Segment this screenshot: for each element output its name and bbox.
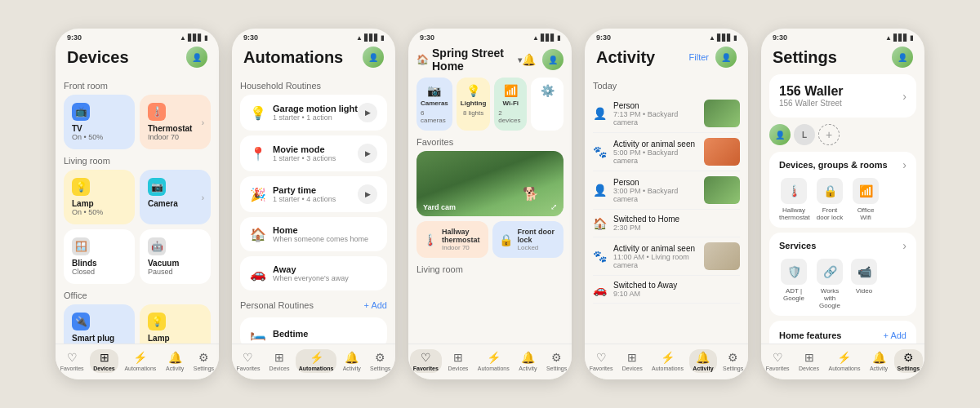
- device-smartplug[interactable]: 🔌 Smart plug On: [64, 304, 135, 344]
- member-av-1[interactable]: 👤: [769, 124, 791, 145]
- device-camera[interactable]: 📷 Camera ›: [140, 170, 211, 224]
- activity-avatar[interactable]: 👤: [715, 47, 737, 68]
- nav-devices-3[interactable]: ⊞ Devices: [444, 349, 471, 373]
- device-thermostat[interactable]: 🌡️ Thermostat Indoor 70 ›: [140, 95, 211, 149]
- devices-avatar[interactable]: 👤: [186, 47, 207, 68]
- nav-activity-1[interactable]: 🔔 Activity: [163, 349, 187, 373]
- expand-icon-3[interactable]: ⤢: [550, 202, 557, 211]
- filter-btn[interactable]: Filter: [689, 52, 709, 62]
- nav-favorites-4[interactable]: ♡ Favorites: [586, 349, 617, 373]
- device-lamp1[interactable]: 💡 Lamp On • 50%: [64, 170, 135, 224]
- wifi-qs-count: 2 devices: [498, 109, 523, 124]
- living-room-label-3: Living room: [416, 264, 564, 274]
- nav-automations-1[interactable]: ⚡ Automations: [121, 349, 159, 373]
- activity-item-0[interactable]: 👤 Person 7:13 PM • Backyard camera: [593, 95, 740, 133]
- add-routine-btn[interactable]: + Add: [364, 297, 387, 313]
- nav-settings-3[interactable]: ⚙ Settings: [543, 349, 570, 373]
- add-member-btn[interactable]: +: [818, 124, 840, 145]
- routine-garage[interactable]: 💡 Garage motion light 1 starter • 1 acti…: [240, 95, 387, 131]
- yard-cam-preview[interactable]: 🐕 Yard cam ⤢: [416, 151, 564, 216]
- household-label: Household Routines: [240, 81, 387, 91]
- quick-cameras[interactable]: 📷 Cameras 6 cameras: [416, 78, 452, 131]
- activity-title-1: Activity or animal seen: [613, 140, 697, 149]
- nav-settings-4[interactable]: ⚙ Settings: [719, 349, 746, 373]
- settings-avatar[interactable]: 👤: [892, 47, 913, 68]
- blinds1-status: Closed: [72, 268, 127, 276]
- fav-cards-row: 🌡️ Hallway thermostat Indoor 70 🔒 Front …: [416, 221, 564, 258]
- routine-party-play[interactable]: ▶: [358, 184, 377, 204]
- activity-item-5[interactable]: 🚗 Switched to Away 9:10 AM: [593, 276, 740, 304]
- nav-activity-5[interactable]: 🔔 Activity: [866, 349, 891, 373]
- routine-bedtime-icon: 🛏️: [250, 326, 266, 341]
- devices-groups-chevron: ›: [902, 158, 906, 171]
- device-lamp2[interactable]: 💡 Lamp On • 50%: [140, 304, 211, 344]
- member-av-2[interactable]: L: [794, 124, 815, 145]
- device-thumb-door[interactable]: 🔒 Front door lock: [815, 178, 844, 221]
- fav-hallway-thermostat[interactable]: 🌡️ Hallway thermostat Indoor 70: [416, 221, 488, 258]
- automations-title: Automations: [243, 48, 343, 67]
- routine-bedtime[interactable]: 🛏️ Bedtime: [240, 317, 387, 344]
- nav-automations-3[interactable]: ⚡ Automations: [474, 349, 513, 373]
- bell-icon-3[interactable]: 🔔: [522, 53, 536, 66]
- service-video[interactable]: 📹 Video: [851, 259, 877, 309]
- quick-more[interactable]: ⚙️: [531, 78, 564, 131]
- quick-wifi[interactable]: 📶 Wi-Fi 2 devices: [494, 78, 527, 131]
- device-blinds1[interactable]: 🪟 Blinds Closed: [64, 229, 135, 284]
- nav-automations-5[interactable]: ⚡ Automations: [825, 349, 863, 373]
- routine-party[interactable]: 🎉 Party time 1 starter • 4 actions ▶: [240, 176, 387, 212]
- signal-icon-3: ▋▋▋: [541, 34, 555, 42]
- spring-street-title[interactable]: 🏠 Spring Street Home ▾: [416, 47, 522, 73]
- settings-address-card[interactable]: 156 Waller 156 Waller Street ›: [769, 74, 916, 118]
- device-vacuum[interactable]: 🤖 Vacuum Paused: [140, 229, 211, 284]
- status-bar-1: 9:30 ▲ ▋▋▋ ▮: [56, 29, 219, 43]
- routine-garage-play[interactable]: ▶: [358, 103, 377, 122]
- nav-settings-1[interactable]: ⚙ Settings: [190, 349, 217, 373]
- time-2: 9:30: [243, 33, 258, 42]
- routine-movie-play[interactable]: ▶: [358, 144, 377, 163]
- nav-favorites-1[interactable]: ♡ Favorites: [57, 349, 87, 373]
- activity-item-3[interactable]: 🏠 Switched to Home 2:30 PM: [593, 210, 740, 237]
- nav-activity-2[interactable]: 🔔 Activity: [340, 349, 364, 373]
- tv-icon: 📺: [72, 103, 90, 121]
- nav-automations-4[interactable]: ⚡ Automations: [648, 349, 687, 373]
- nav-favorites-5[interactable]: ♡ Favorites: [763, 349, 793, 373]
- add-features-btn[interactable]: + Add: [884, 327, 906, 344]
- section-front-room: Front room: [64, 81, 211, 91]
- device-thumb-wifi[interactable]: 📶 Office Wifi: [851, 178, 880, 221]
- favorites-icon-1: ♡: [67, 351, 78, 364]
- office-grid: 🔌 Smart plug On 💡 Lamp On • 50% 🪟 Blinds…: [64, 304, 211, 344]
- service-adt[interactable]: 🛡️ ADT | Google: [779, 259, 808, 309]
- activity-item-2[interactable]: 👤 Person 3:00 PM • Backyard camera: [593, 171, 740, 210]
- nav-favorites-2[interactable]: ♡ Favorites: [234, 349, 264, 373]
- routine-home[interactable]: 🏠 Home When someone comes home: [240, 217, 387, 251]
- fav-front-door[interactable]: 🔒 Front door lock Locked: [492, 221, 564, 258]
- nav-favorites-3[interactable]: ♡ Favorites: [410, 349, 442, 373]
- nav-activity-3[interactable]: 🔔 Activity: [515, 349, 540, 373]
- automations-avatar[interactable]: 👤: [363, 47, 384, 68]
- nav-activity-4[interactable]: 🔔 Activity: [689, 349, 716, 373]
- door-thumb-label: Front door lock: [815, 206, 844, 221]
- spring-avatar[interactable]: 👤: [542, 49, 564, 70]
- nav-devices-4[interactable]: ⊞ Devices: [619, 349, 646, 373]
- thermostat-icon: 🌡️: [148, 103, 166, 121]
- device-tv[interactable]: 📺 TV On • 50%: [64, 95, 135, 149]
- routine-movie[interactable]: 📍 Movie mode 1 starter • 3 actions ▶: [240, 135, 387, 171]
- routine-garage-name: Garage motion light: [273, 104, 358, 113]
- nav-settings-2[interactable]: ⚙ Settings: [367, 349, 394, 373]
- nav-settings-5[interactable]: ⚙ Settings: [894, 349, 924, 373]
- wifi-icon-4: ▲: [709, 34, 715, 42]
- nav-automations-2[interactable]: ⚡ Automations: [296, 349, 337, 373]
- routine-movie-icon: 📍: [250, 146, 266, 162]
- nav-devices-5[interactable]: ⊞ Devices: [795, 349, 822, 373]
- routine-away[interactable]: 🚗 Away When everyone's away: [240, 256, 387, 290]
- nav-devices-1[interactable]: ⊞ Devices: [90, 349, 118, 373]
- phone-spring-street: 9:30 ▲ ▋▋▋ ▮ 🏠 Spring Street Home ▾ 🔔 👤 …: [408, 29, 572, 379]
- activity-item-1[interactable]: 🐾 Activity or animal seen 5:00 PM • Back…: [593, 133, 740, 171]
- activity-item-4[interactable]: 🐾 Activity or animal seen 11:00 AM • Liv…: [593, 237, 740, 276]
- lamp1-icon: 💡: [72, 178, 90, 196]
- device-thumb-hallway[interactable]: 🌡️ Hallway thermostat: [779, 178, 808, 221]
- front-door-icon: 🔒: [499, 233, 513, 246]
- nav-devices-2[interactable]: ⊞ Devices: [266, 349, 293, 373]
- quick-lighting[interactable]: 💡 Lighting 8 lights: [457, 78, 491, 131]
- service-works[interactable]: 🔗 Works with Google: [815, 259, 844, 309]
